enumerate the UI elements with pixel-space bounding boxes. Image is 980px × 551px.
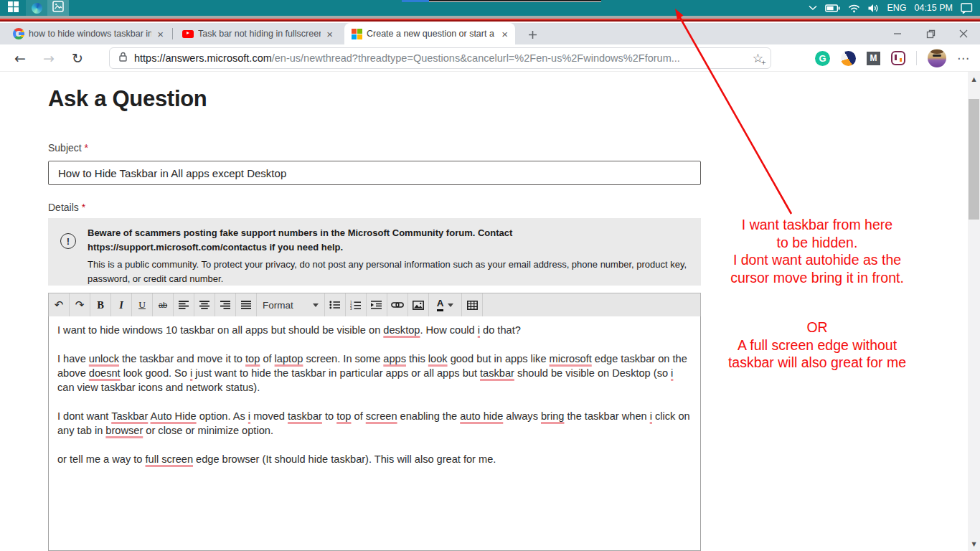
purple-extension-icon[interactable] bbox=[891, 51, 905, 65]
taskbar-photos-button[interactable] bbox=[47, 0, 69, 16]
swirl-extension-icon[interactable] bbox=[841, 51, 856, 66]
misspelled-word: taskbar bbox=[288, 410, 322, 422]
minimize-button[interactable] bbox=[881, 23, 914, 44]
redo-button[interactable]: ↷ bbox=[70, 293, 90, 316]
chevron-down-icon bbox=[313, 303, 319, 307]
grammarly-extension-icon[interactable]: G bbox=[815, 51, 830, 66]
annotation-line: taskbar will also great for me bbox=[710, 354, 924, 372]
start-button[interactable] bbox=[0, 0, 26, 16]
plus-icon bbox=[528, 30, 537, 39]
underline-button[interactable]: U bbox=[132, 293, 153, 316]
scroll-down-icon[interactable]: ▼ bbox=[968, 538, 980, 550]
annotation-line: OR bbox=[710, 319, 924, 336]
editor-paragraph: I have unlock the taskbar and move it to… bbox=[57, 352, 692, 395]
url-domain: https://answers.microsoft.com bbox=[134, 52, 272, 64]
tab-ask-question-active[interactable]: Create a new question or start a × bbox=[344, 23, 515, 44]
annotation-line: I want taskbar from here bbox=[710, 216, 924, 234]
scrollbar-thumb[interactable] bbox=[969, 99, 979, 220]
restore-button[interactable] bbox=[914, 23, 947, 44]
close-button[interactable] bbox=[947, 23, 980, 44]
bold-button[interactable]: B bbox=[90, 293, 111, 316]
warning-icon: ! bbox=[60, 233, 76, 249]
taskbar-clock[interactable]: 04:15 PM bbox=[914, 3, 953, 13]
insert-image-button[interactable] bbox=[408, 293, 429, 316]
align-left-button[interactable] bbox=[174, 293, 194, 316]
google-favicon bbox=[13, 28, 24, 39]
annotation-text-top: I want taskbar from here to be hidden. I… bbox=[710, 216, 924, 286]
editor-content[interactable]: I want to hide windows 10 taskbar on all… bbox=[48, 316, 701, 551]
italic-icon: I bbox=[119, 299, 123, 311]
extension-area: G M ⋯ bbox=[815, 44, 970, 72]
tab-youtube[interactable]: Task bar not hiding in fullscreen × bbox=[175, 23, 340, 44]
insert-link-button[interactable] bbox=[387, 293, 408, 316]
italic-button[interactable]: I bbox=[111, 293, 132, 316]
align-right-button[interactable] bbox=[215, 293, 236, 316]
subject-label: Subject * bbox=[48, 142, 88, 154]
bullet-list-button[interactable] bbox=[325, 293, 346, 316]
insert-table-button[interactable] bbox=[462, 293, 483, 316]
editor-paragraph: or tell me a way to full screen edge bro… bbox=[57, 452, 692, 466]
toolbar-separator bbox=[916, 51, 917, 65]
back-button[interactable]: ← bbox=[6, 50, 34, 66]
window-controls bbox=[881, 23, 980, 44]
subject-input[interactable] bbox=[48, 161, 701, 185]
chevron-down-icon bbox=[448, 303, 453, 307]
svg-text:3: 3 bbox=[350, 307, 352, 310]
align-center-icon bbox=[199, 301, 209, 309]
edge-icon bbox=[32, 3, 42, 14]
misspelled-word: i bbox=[671, 367, 673, 379]
font-color-icon: A bbox=[437, 298, 444, 311]
bookmark-star-icon[interactable]: ☆ bbox=[753, 51, 763, 65]
tab-close-icon[interactable]: × bbox=[325, 29, 334, 39]
address-bar[interactable]: https://answers.microsoft.com/en-us/newt… bbox=[109, 47, 771, 69]
undo-button[interactable]: ↶ bbox=[49, 293, 70, 316]
numbered-list-button[interactable]: 123 bbox=[346, 293, 367, 316]
profile-avatar[interactable] bbox=[928, 49, 946, 67]
misspelled-word: unlock bbox=[89, 353, 119, 364]
taskbar-edge-button[interactable] bbox=[26, 0, 47, 16]
page-title: Ask a Question bbox=[48, 86, 207, 112]
tab-close-icon[interactable]: × bbox=[156, 29, 165, 39]
url-path: /en-us/newthread?threadtype=Questions&ca… bbox=[272, 52, 680, 64]
action-center-icon[interactable] bbox=[961, 3, 973, 14]
browser-tab-strip: how to hide windows taskbar in × Task ba… bbox=[0, 23, 980, 44]
tab-label: Create a new question or start a bbox=[367, 29, 496, 39]
strikethrough-icon: ab bbox=[159, 301, 167, 309]
annotation-line: cursor move bring it in front. bbox=[710, 269, 924, 287]
strikethrough-button[interactable]: ab bbox=[153, 293, 174, 316]
misspelled-word: auto hide bbox=[460, 410, 503, 422]
align-center-button[interactable] bbox=[194, 293, 215, 316]
browser-menu-icon[interactable]: ⋯ bbox=[957, 51, 970, 66]
misspelled-word: screen bbox=[366, 410, 397, 422]
warning-bold-text: Beware of scammers posting fake support … bbox=[88, 226, 689, 254]
wifi-icon[interactable] bbox=[848, 4, 860, 13]
volume-icon[interactable] bbox=[868, 4, 879, 13]
redo-icon: ↷ bbox=[75, 298, 85, 311]
font-color-button[interactable]: A bbox=[429, 293, 462, 316]
required-marker: * bbox=[82, 202, 85, 213]
windows-taskbar: ENG 04:15 PM bbox=[0, 0, 980, 16]
undo-icon: ↶ bbox=[55, 298, 64, 311]
url-text: https://answers.microsoft.com/en-us/newt… bbox=[134, 52, 753, 64]
reload-button[interactable]: ↻ bbox=[63, 50, 92, 66]
tab-close-icon[interactable]: × bbox=[500, 29, 509, 39]
details-label: Details * bbox=[48, 202, 85, 213]
tray-show-hidden-icons-chevron[interactable] bbox=[809, 5, 817, 11]
language-indicator[interactable]: ENG bbox=[887, 3, 906, 13]
forward-button[interactable]: → bbox=[34, 50, 63, 66]
tab-google-search[interactable]: how to hide windows taskbar in × bbox=[6, 23, 171, 44]
microsoft-favicon bbox=[352, 29, 362, 39]
misspelled-word: full screen bbox=[145, 453, 193, 465]
medium-extension-icon[interactable]: M bbox=[867, 52, 880, 65]
indent-button[interactable] bbox=[367, 293, 387, 316]
scroll-up-icon[interactable]: ▲ bbox=[968, 73, 980, 85]
screen: ENG 04:15 PM how to hide windows taskbar… bbox=[0, 0, 980, 551]
misspelled-word: apps bbox=[383, 353, 406, 364]
new-tab-button[interactable] bbox=[524, 26, 541, 43]
subject-label-text: Subject bbox=[48, 142, 82, 154]
annotation-line: I dont want autohide as the bbox=[710, 251, 924, 269]
justify-button[interactable] bbox=[236, 293, 257, 316]
battery-icon[interactable] bbox=[825, 4, 840, 13]
format-dropdown[interactable]: Format bbox=[257, 293, 325, 316]
bold-icon: B bbox=[97, 299, 104, 311]
